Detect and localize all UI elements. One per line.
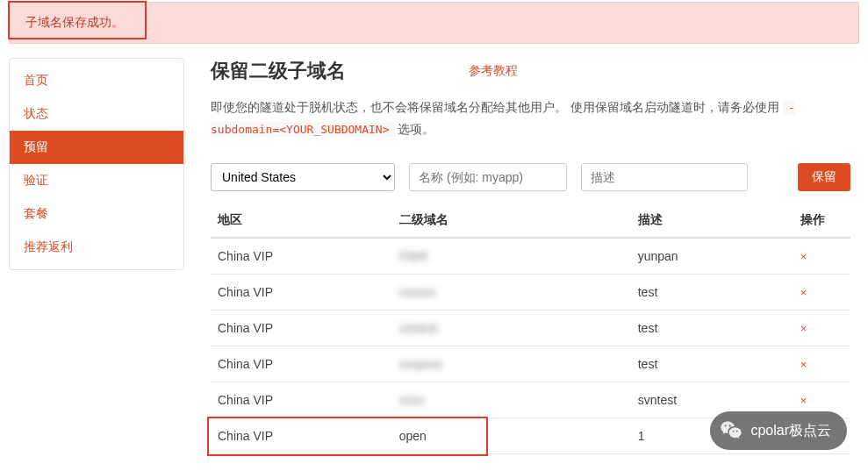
description-input[interactable]	[581, 163, 748, 191]
sidebar-item-plan[interactable]: 套餐	[10, 197, 183, 231]
cell-desc: test	[631, 310, 793, 346]
sidebar-item-label: 推荐返利	[24, 239, 73, 253]
sidebar: 首页 状态 预留 验证 套餐 推荐返利	[9, 58, 184, 270]
cell-action: ×	[793, 310, 850, 346]
cell-subdomain: xxxtest	[392, 310, 631, 346]
cell-subdomain: xxxxxx	[392, 275, 631, 310]
cell-subdomain: xxxpxxx	[392, 346, 631, 382]
delete-icon[interactable]: ×	[800, 250, 807, 263]
delete-icon[interactable]: ×	[800, 286, 807, 299]
cell-region: China VIP	[211, 382, 392, 418]
cell-action: ×	[793, 346, 850, 382]
cell-subdomain: FileR	[392, 238, 631, 275]
delete-icon[interactable]: ×	[800, 358, 807, 371]
sidebar-item-label: 验证	[24, 173, 48, 187]
page-container: 首页 状态 预留 验证 套餐 推荐返利 保留二级子域名 参考教程 即使您的隧道处…	[0, 49, 868, 463]
alert-text: 子域名保存成功。	[25, 15, 124, 29]
cell-region: China VIP	[211, 418, 392, 454]
th-action: 操作	[793, 203, 850, 238]
table-row: China VIPxxxtesttest×	[211, 310, 850, 346]
reference-tutorial-link[interactable]: 参考教程	[469, 63, 518, 79]
th-region: 地区	[211, 203, 392, 238]
sidebar-item-home[interactable]: 首页	[10, 64, 183, 97]
sidebar-item-status[interactable]: 状态	[10, 97, 183, 131]
reserve-button[interactable]: 保留	[798, 163, 850, 191]
sidebar-item-referral[interactable]: 推荐返利	[10, 231, 183, 264]
main-content: 保留二级子域名 参考教程 即使您的隧道处于脱机状态，也不会将保留域名分配给其他用…	[211, 58, 859, 454]
cell-subdomain: open	[392, 418, 631, 454]
sidebar-item-label: 预留	[24, 139, 48, 153]
table-row: China VIPFileRyunpan×	[211, 238, 850, 275]
cell-region: China VIP	[211, 238, 392, 275]
cell-desc: test	[631, 346, 793, 382]
sidebar-item-label: 首页	[24, 73, 48, 87]
cell-region: China VIP	[211, 346, 392, 382]
cell-subdomain: xxxx	[392, 382, 631, 418]
table-row: China VIPxxxxxxtest×	[211, 275, 850, 310]
sidebar-item-reserved[interactable]: 预留	[10, 131, 183, 164]
region-select[interactable]: United States	[211, 163, 395, 191]
cell-desc: yunpan	[631, 238, 793, 275]
desc-text: 选项。	[395, 122, 435, 136]
desc-text: 即使您的隧道处于脱机状态，也不会将保留域名分配给其他用户。 使用保留域名启动隧道…	[211, 100, 783, 114]
reserve-form: United States 保留	[211, 163, 850, 191]
cell-action: ×	[793, 275, 850, 310]
page-title: 保留二级子域名	[211, 58, 346, 84]
table-row: China VIPxxxpxxxtest×	[211, 346, 850, 382]
table-header-row: 地区 二级域名 描述 操作	[211, 203, 850, 238]
cell-region: China VIP	[211, 275, 392, 310]
cell-action: ×	[793, 238, 850, 275]
sidebar-item-label: 套餐	[24, 206, 48, 220]
subdomain-name-input[interactable]	[409, 163, 567, 191]
sidebar-item-label: 状态	[24, 106, 48, 120]
wechat-badge[interactable]: cpolar极点云	[710, 411, 847, 450]
page-description: 即使您的隧道处于脱机状态，也不会将保留域名分配给其他用户。 使用保留域名启动隧道…	[211, 96, 850, 140]
alert-banner: 子域名保存成功。	[9, 2, 859, 44]
wechat-badge-text: cpolar极点云	[750, 422, 831, 440]
cell-region: China VIP	[211, 310, 392, 346]
page-header: 保留二级子域名 参考教程	[211, 58, 850, 84]
wechat-icon	[719, 418, 743, 443]
cell-desc: test	[631, 275, 793, 310]
delete-icon[interactable]: ×	[800, 322, 807, 335]
delete-icon[interactable]: ×	[800, 394, 807, 407]
sidebar-item-auth[interactable]: 验证	[10, 164, 183, 197]
th-desc: 描述	[631, 203, 793, 238]
th-subdomain: 二级域名	[392, 203, 631, 238]
